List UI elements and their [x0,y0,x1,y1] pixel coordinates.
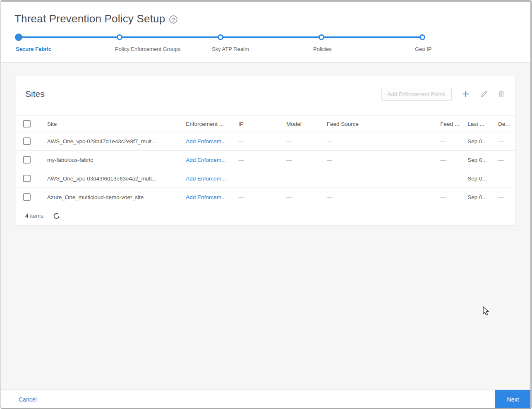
help-icon[interactable]: ? [169,15,177,24]
column-header-feed[interactable]: Feed ... [440,121,467,127]
feed-value: — [440,194,467,200]
step-dot-policy-enforcement-groups[interactable] [117,34,122,40]
model-value: — [286,138,327,144]
page-title: Threat Prevention Policy Setup [14,12,165,25]
table-header-row: Site Enforcement ... IP Model Feed Sourc… [16,115,515,132]
table-row: AWS_One_vpc-028b47d1e43c2e8f7_mult... Ad… [16,132,515,151]
step-dot-sky-atp-realm[interactable] [218,34,223,40]
feed-source-value: — [327,157,441,163]
item-count-number: 4 [25,213,29,219]
site-name: AWS_One_vpc-03d43f6d13e63e4a2_mult... [47,176,186,182]
last-updated-value: Sep 0... [467,138,498,144]
column-header-de[interactable]: De... [498,121,515,127]
column-header-site[interactable]: Site [47,121,186,127]
description-value: — [498,138,515,144]
add-enforcement-link[interactable]: Add Enforcem... [186,138,226,144]
add-enforcement-link[interactable]: Add Enforcem... [186,194,226,200]
feed-source-value: — [327,138,441,144]
column-header-ip[interactable]: IP [238,121,286,127]
feed-value: — [440,157,467,163]
refresh-icon[interactable] [53,212,60,220]
sites-table: Site Enforcement ... IP Model Feed Sourc… [16,115,515,207]
model-value: — [286,194,327,200]
feed-source-value: — [327,176,441,182]
select-all-checkbox[interactable] [16,120,47,128]
next-button[interactable]: Next [495,390,531,409]
sites-panel-header: Sites Add Enforcement Points [16,76,515,104]
delete-icon[interactable] [497,90,506,98]
ip-value: — [238,176,286,182]
column-header-model[interactable]: Model [286,121,327,127]
step-dot-policies[interactable] [319,34,324,40]
last-updated-value: Sep 0... [467,194,498,200]
row-checkbox[interactable] [16,137,47,145]
last-updated-value: Sep 0... [467,157,498,163]
row-checkbox[interactable] [16,156,47,164]
feed-value: — [440,138,467,144]
site-name: my-fabulous-fabric [47,157,186,163]
step-dot-geo-ip[interactable] [419,34,425,40]
model-value: — [286,157,327,163]
column-header-enforcement[interactable]: Enforcement ... [186,121,238,127]
add-enforcement-link[interactable]: Add Enforcem... [186,157,226,163]
ip-value: — [238,194,286,200]
sites-panel-title: Sites [25,89,45,99]
row-checkbox[interactable] [16,175,47,182]
page-header: Threat Prevention Policy Setup ? [14,12,177,25]
feed-value: — [440,176,467,182]
table-footer: 4items [16,206,515,225]
ip-value: — [238,157,286,163]
add-icon[interactable] [461,89,471,99]
description-value: — [498,176,515,182]
item-count-label: items [30,213,43,219]
ip-value: — [238,138,286,144]
step-label-policy-enforcement-groups[interactable]: Policy Enforcement Groups [115,46,180,52]
row-checkbox[interactable] [16,193,47,201]
step-label-secure-fabric[interactable]: Secure Fabric [16,46,51,52]
table-row: Azure_One_multicloud-demo-vnet_site Add … [16,188,515,207]
site-name: AWS_One_vpc-028b47d1e43c2e8f7_mult... [47,138,186,144]
feed-source-value: — [327,194,441,200]
table-row: my-fabulous-fabric Add Enforcem... — — —… [16,151,515,169]
step-dot-secure-fabric[interactable] [15,34,22,41]
description-value: — [498,157,515,163]
wizard-stepper: Secure Fabric Policy Enforcement Groups … [0,31,532,56]
add-enforcement-link[interactable]: Add Enforcem... [186,176,226,182]
step-label-geo-ip[interactable]: Geo IP [415,46,431,52]
model-value: — [286,176,327,182]
description-value: — [498,194,515,200]
wizard-action-bar: Cancel Next [0,390,532,409]
last-updated-value: Sep 0... [467,176,498,182]
sites-toolbar: Add Enforcement Points [381,88,506,101]
table-row: AWS_One_vpc-03d43f6d13e63e4a2_mult... Ad… [16,169,515,188]
item-count: 4items [25,213,43,219]
step-label-sky-atp-realm[interactable]: Sky ATP Realm [212,46,249,52]
edit-icon[interactable] [480,90,488,98]
step-label-policies[interactable]: Policies [313,46,332,52]
add-enforcement-points-button[interactable]: Add Enforcement Points [381,88,452,101]
site-name: Azure_One_multicloud-demo-vnet_site [47,194,186,200]
column-header-feed-source[interactable]: Feed Source [327,121,441,127]
column-header-last[interactable]: Last ... [467,121,498,127]
threat-prevention-policy-setup-page: Threat Prevention Policy Setup ? Secure … [0,0,532,409]
cancel-button[interactable]: Cancel [19,396,37,403]
sites-panel: Sites Add Enforcement Points Site Enforc… [16,76,516,226]
